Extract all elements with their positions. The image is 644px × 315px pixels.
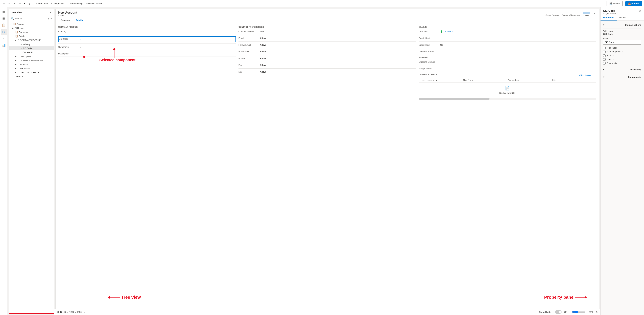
required-asterisk: * — [609, 37, 610, 40]
folder-icon: 📋 — [15, 31, 18, 34]
section-icon: □ — [15, 75, 16, 78]
chevron-icon: ▶ — [15, 64, 17, 65]
undo-button[interactable]: ↩ — [2, 2, 6, 6]
hide-on-phone-checkbox[interactable] — [603, 51, 606, 53]
cut-button[interactable]: ✂ — [12, 2, 17, 6]
sidebar-menu-icon[interactable]: ☰ — [1, 9, 7, 15]
tab-details[interactable]: Details — [73, 18, 86, 23]
info-icon[interactable]: ℹ — [613, 55, 614, 57]
tree-close-button[interactable]: ✕ — [50, 11, 52, 14]
toolbar-divider-1 — [33, 2, 34, 6]
field-label: Email — [238, 36, 259, 40]
field-value: ... — [80, 45, 236, 49]
section-icon: □ — [18, 71, 19, 74]
form-settings-button[interactable]: Form settings — [68, 2, 84, 6]
target-icon[interactable]: ⊕ — [596, 311, 598, 313]
lock-checkbox[interactable] — [603, 58, 606, 61]
hide-checkbox[interactable] — [603, 55, 606, 57]
tree-item-shipping[interactable]: ▶ □ SHIPPING — [9, 66, 54, 70]
sidebar-chart-icon[interactable]: 📊 — [1, 42, 7, 48]
right-panel-close-button[interactable]: ✕ — [639, 10, 641, 13]
tree-item-description[interactable]: ▶ □ Description — [9, 54, 54, 58]
tree-title: Tree view — [11, 11, 22, 14]
component-button[interactable]: + Component — [50, 2, 66, 6]
tree-item-contact-prefs[interactable]: ▶ □ CONTACT PREFEREN... — [9, 58, 54, 62]
tree-item-company-profile[interactable]: ▾ □ COMPANY PROFILE — [9, 38, 54, 42]
sidebar-layers-icon[interactable]: ⬡ — [1, 29, 7, 35]
form-header-dropdown[interactable]: ▾ — [592, 12, 596, 16]
sidebar-list-icon[interactable]: ≡ — [1, 36, 7, 42]
sidebar-grid-icon[interactable]: ⊞ — [1, 16, 7, 22]
field-value: ... — [440, 50, 596, 54]
more-options-icon[interactable]: ⋮ — [594, 74, 596, 77]
tree-item-footer[interactable]: □ Footer — [9, 74, 54, 79]
form-tabs: Summary Details — [56, 18, 599, 23]
section-icon: □ — [15, 27, 16, 30]
tree-item-account[interactable]: ▾ 📋 Account — [9, 22, 54, 26]
tab-events[interactable]: Events — [617, 15, 629, 21]
select-all-checkbox[interactable] — [418, 79, 421, 81]
form-header: New Account Account ··· Annual Revenue ·… — [56, 9, 599, 18]
tree-item-child-accounts[interactable]: ▶ □ CHILD ACCOUNTS — [9, 70, 54, 74]
field-label: Contact Method — [238, 30, 259, 34]
field-value — [80, 52, 236, 56]
formatting-header[interactable]: ▾ Formatting — [603, 67, 641, 72]
readonly-checkbox[interactable] — [603, 62, 606, 65]
toolbar-divider-3 — [624, 2, 624, 6]
chevron-icon: ▶ — [15, 72, 17, 73]
label-input[interactable] — [603, 40, 641, 45]
tree-item-billing[interactable]: ▶ □ BILLING — [9, 62, 54, 66]
form-field-button[interactable]: + Form field — [35, 2, 49, 6]
tree-item-details[interactable]: ▾ 📋 Details — [9, 34, 54, 38]
field-row-description-label: Description — [58, 52, 236, 56]
main-layout: ☰ ⊞ 📋 ⬡ ≡ 📊 Tree view ✕ 🔍 ⊟ ▾ ▾ 📋 Accoun… — [0, 8, 644, 315]
tree-item-label: CONTACT PREFEREN... — [20, 59, 52, 62]
field-label: Credit Hold — [418, 43, 439, 47]
field-value: Allow — [260, 43, 416, 47]
field-icon: ≡ — [20, 43, 22, 46]
sort-icon[interactable]: ▾ — [50, 17, 52, 20]
tree-item-sic-code[interactable]: ≡ SIC Code — [9, 46, 54, 50]
display-options-header[interactable]: ▾ Display options — [603, 23, 641, 27]
switch-classic-button[interactable]: Switch to classic — [85, 2, 104, 6]
filter-icon[interactable]: ⊟ — [48, 17, 50, 20]
save-button[interactable]: 💾 Save ▾ — [606, 1, 622, 6]
hide-on-phone-row: Hide on phone ℹ — [603, 50, 641, 53]
components-header[interactable]: ▾ Components — [603, 75, 641, 79]
label-label: Label * — [603, 37, 641, 40]
field-label: Industry — [58, 30, 78, 34]
info-icon[interactable]: ℹ — [613, 58, 614, 61]
field-label: SIC Code — [59, 37, 79, 41]
new-account-button[interactable]: + New Account — [578, 73, 593, 77]
delete-button[interactable]: 🗑 — [27, 2, 32, 6]
tree-item-ownership[interactable]: ≡ Ownership — [9, 50, 54, 54]
zoom-plus-button[interactable]: + — [586, 311, 588, 313]
bottom-bar-right: Show Hidden Off − + 66% ⊕ — [539, 310, 598, 314]
tab-properties[interactable]: Properties — [600, 15, 617, 21]
search-icon: 🔍 — [11, 17, 14, 20]
search-input[interactable] — [15, 17, 46, 20]
publish-button[interactable]: 📤 Publish — [625, 1, 642, 6]
redo-button[interactable]: ↪ — [7, 2, 12, 6]
field-row-freight-terms: Freight Terms --- — [418, 67, 596, 71]
tree-item-label: Header — [17, 27, 52, 30]
formatting-chevron: ▾ — [603, 68, 604, 71]
tree-item-summary[interactable]: ▾ 📋 Summary — [9, 30, 54, 34]
tree-item-header[interactable]: ▶ □ Header — [9, 26, 54, 30]
tab-summary[interactable]: Summary — [58, 18, 73, 23]
zoom-minus-button[interactable]: − — [570, 311, 571, 313]
copy-button[interactable]: ⧉ — [18, 2, 22, 6]
field-icon: ≡ — [20, 51, 22, 54]
hide-label-checkbox[interactable] — [603, 47, 606, 49]
zoom-slider[interactable] — [572, 311, 586, 313]
tree-item-industry[interactable]: ≡ Industry — [9, 42, 54, 46]
col-account-name: Account Name ↑ ▾ — [418, 79, 462, 82]
info-icon[interactable]: ℹ — [622, 51, 623, 53]
horizontal-scrollbar[interactable] — [418, 98, 596, 100]
show-hidden-toggle[interactable] — [555, 310, 562, 314]
desktop-dropdown[interactable]: ▾ — [84, 311, 85, 313]
sidebar-clipboard-icon[interactable]: 📋 — [1, 22, 7, 28]
field-row-sic-code[interactable]: SIC Code ... — [58, 36, 236, 42]
field-row-email: Email Allow — [238, 36, 416, 40]
history-dropdown[interactable]: ▾ — [22, 2, 26, 6]
